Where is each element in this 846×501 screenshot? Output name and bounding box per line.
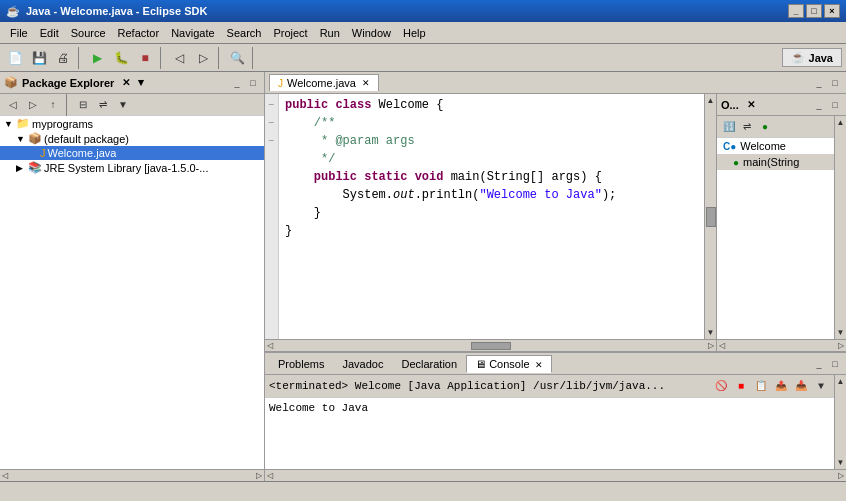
console-scrollbar-v[interactable]: ▲ ▼ — [834, 375, 846, 469]
menu-refactor[interactable]: Refactor — [112, 25, 166, 41]
method-icon: ● — [733, 157, 739, 168]
menu-help[interactable]: Help — [397, 25, 432, 41]
tree-item-jre[interactable]: ▶ 📚 JRE System Library [java-1.5.0-... — [0, 160, 264, 175]
maximize-button[interactable]: □ — [806, 4, 822, 18]
package-explorer-toolbar: ◁ ▷ ↑ ⊟ ⇌ ▼ — [0, 94, 264, 116]
app-icon: ☕ — [6, 5, 20, 18]
console-header: Problems Javadoc Declaration 🖥 Console ✕ — [265, 353, 846, 375]
up-nav-button[interactable]: ↑ — [44, 96, 62, 114]
console-icon: 🖥 — [475, 358, 486, 370]
new-button[interactable]: 📄 — [4, 47, 26, 69]
outline-scroll-left[interactable]: ◁ — [719, 341, 725, 350]
search-button[interactable]: 🔍 — [226, 47, 248, 69]
outline-close[interactable]: ✕ — [747, 99, 755, 110]
outline-maximize[interactable]: □ — [828, 98, 842, 112]
outline-toolbar-btn3[interactable]: ● — [757, 119, 773, 135]
console-btn6[interactable]: ▼ — [812, 377, 830, 395]
print-button[interactable]: 🖨 — [52, 47, 74, 69]
code-editor[interactable]: public class Welcome { /** * @param args… — [279, 94, 704, 339]
link-editor-button[interactable]: ⇌ — [94, 96, 112, 114]
scroll-left-editor-icon[interactable]: ◁ — [267, 341, 273, 350]
console-btn3[interactable]: 📋 — [752, 377, 770, 395]
tree-item-welcome-java[interactable]: J Welcome.java — [0, 146, 264, 160]
stop-button[interactable]: ■ — [134, 47, 156, 69]
close-button[interactable]: × — [824, 4, 840, 18]
scrollbar-thumb[interactable] — [706, 207, 716, 227]
console-btn5[interactable]: 📥 — [792, 377, 810, 395]
status-bar — [0, 481, 846, 501]
console-panel-maximize[interactable]: □ — [828, 357, 842, 371]
editor-tab-welcome[interactable]: J Welcome.java ✕ — [269, 74, 379, 91]
tab-javadoc[interactable]: Javadoc — [333, 355, 392, 373]
menu-window[interactable]: Window — [346, 25, 397, 41]
console-scroll-left[interactable]: ◁ — [267, 471, 273, 480]
editor-scrollbar-v[interactable]: ▲ ▼ — [704, 94, 716, 339]
minimize-button[interactable]: _ — [788, 4, 804, 18]
outline-toolbar-btn2[interactable]: ⇌ — [739, 119, 755, 135]
outline-item-welcome[interactable]: C● Welcome — [717, 138, 834, 154]
editor-maximize[interactable]: □ — [828, 76, 842, 90]
perspective-icon: ☕ — [791, 51, 805, 64]
menu-run[interactable]: Run — [314, 25, 346, 41]
package-explorer-tab-close[interactable]: ✕ — [122, 77, 130, 88]
tab-problems[interactable]: Problems — [269, 355, 333, 373]
debug-button[interactable]: 🐛 — [110, 47, 132, 69]
collapse-marker-6[interactable]: − — [265, 132, 278, 150]
outline-scrollbar[interactable]: ▲ ▼ — [834, 116, 846, 339]
console-tab-close[interactable]: ✕ — [535, 360, 543, 370]
outline-scroll-right[interactable]: ▷ — [838, 341, 844, 350]
menu-project[interactable]: Project — [267, 25, 313, 41]
collapse-all-button[interactable]: ⊟ — [74, 96, 92, 114]
forward-button[interactable]: ▷ — [192, 47, 214, 69]
editor-header: J Welcome.java ✕ _ □ — [265, 72, 846, 94]
forward-nav-button[interactable]: ▷ — [24, 96, 42, 114]
perspective-switcher[interactable]: ☕ Java — [782, 48, 842, 67]
view-menu-button[interactable]: ▼ — [114, 96, 132, 114]
console-status-line: <terminated> Welcome [Java Application] … — [265, 375, 834, 398]
tree-item-myprograms[interactable]: ▼ 📁 myprograms — [0, 116, 264, 131]
jre-icon: 📚 — [28, 161, 42, 174]
console-scrollbar-h[interactable]: ◁ ▷ — [265, 469, 846, 481]
console-panel-minimize[interactable]: _ — [812, 357, 826, 371]
menu-file[interactable]: File — [4, 25, 34, 41]
menu-source[interactable]: Source — [65, 25, 112, 41]
folder-icon: 📁 — [16, 117, 30, 130]
menu-navigate[interactable]: Navigate — [165, 25, 220, 41]
outline-title: O... — [721, 99, 739, 111]
scroll-right-editor-icon[interactable]: ▷ — [708, 341, 714, 350]
scroll-left-icon[interactable]: ◁ — [2, 471, 8, 480]
back-nav-button[interactable]: ◁ — [4, 96, 22, 114]
panel-minimize[interactable]: _ — [230, 76, 244, 90]
menu-edit[interactable]: Edit — [34, 25, 65, 41]
console-btn4[interactable]: 📤 — [772, 377, 790, 395]
scroll-right-icon[interactable]: ▷ — [256, 471, 262, 480]
console-stop-button[interactable]: ■ — [732, 377, 750, 395]
menu-search[interactable]: Search — [221, 25, 268, 41]
tab-console[interactable]: 🖥 Console ✕ — [466, 355, 551, 373]
save-button[interactable]: 💾 — [28, 47, 50, 69]
outline-item-main[interactable]: ● main(String — [717, 154, 834, 170]
package-explorer-body: ▼ 📁 myprograms ▼ 📦 (default package) J W… — [0, 116, 264, 469]
console-body[interactable]: Welcome to Java — [265, 398, 834, 469]
console-scroll-right[interactable]: ▷ — [838, 471, 844, 480]
panel-maximize[interactable]: □ — [246, 76, 260, 90]
outline-body: 🔢 ⇌ ● C● Welcome ● main — [717, 116, 834, 339]
run-button[interactable]: ▶ — [86, 47, 108, 69]
collapse-marker-3[interactable]: − — [265, 114, 278, 132]
scroll-down-icon[interactable]: ▼ — [707, 328, 715, 337]
outline-toolbar-btn1[interactable]: 🔢 — [721, 119, 737, 135]
h-scrollbar-thumb[interactable] — [471, 342, 511, 350]
tree-item-default-package[interactable]: ▼ 📦 (default package) — [0, 131, 264, 146]
package-explorer-icon: 📦 — [4, 76, 18, 89]
window-title: Java - Welcome.java - Eclipse SDK — [26, 5, 207, 17]
back-button[interactable]: ◁ — [168, 47, 190, 69]
editor-scrollbar-h[interactable]: ◁ ▷ — [265, 339, 716, 351]
scroll-up-icon[interactable]: ▲ — [707, 96, 715, 105]
editor-tab-close[interactable]: ✕ — [362, 78, 370, 88]
collapse-marker-1[interactable]: − — [265, 96, 278, 114]
editor-tab-label: Welcome.java — [287, 77, 356, 89]
outline-minimize[interactable]: _ — [812, 98, 826, 112]
tab-declaration[interactable]: Declaration — [392, 355, 466, 373]
editor-minimize[interactable]: _ — [812, 76, 826, 90]
console-clear-button[interactable]: 🚫 — [712, 377, 730, 395]
